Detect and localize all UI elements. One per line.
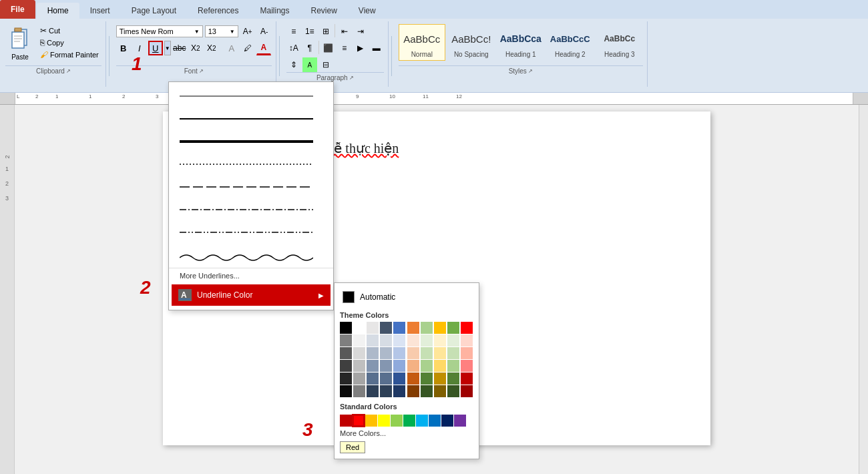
theme-color-swatch[interactable] xyxy=(380,322,392,334)
theme-color-swatch[interactable] xyxy=(367,322,379,334)
style-normal[interactable]: AaBbCc Normal xyxy=(399,24,445,61)
tab-mailings[interactable]: Mailings xyxy=(249,3,300,19)
show-marks-btn[interactable]: ¶ xyxy=(302,41,317,55)
standard-color-swatch[interactable] xyxy=(391,415,403,427)
paragraph-expand-icon[interactable]: ↗ xyxy=(349,75,354,81)
underline-style-thick[interactable] xyxy=(169,130,333,153)
underline-style-dashed[interactable] xyxy=(169,176,333,198)
style-heading2[interactable]: AaBbCcC Heading 2 xyxy=(547,24,594,61)
theme-color-swatch[interactable] xyxy=(380,360,392,372)
theme-color-swatch[interactable] xyxy=(393,373,405,385)
font-color-button[interactable]: A xyxy=(256,41,271,55)
theme-color-swatch[interactable] xyxy=(461,347,473,359)
underline-color-option[interactable]: A Underline Color ▶ xyxy=(172,284,331,306)
font-expand-icon[interactable]: ↗ xyxy=(199,68,204,74)
theme-color-swatch[interactable] xyxy=(380,373,392,385)
theme-color-swatch[interactable] xyxy=(421,347,433,359)
clipboard-expand-icon[interactable]: ↗ xyxy=(66,68,71,74)
theme-color-swatch[interactable] xyxy=(434,385,446,397)
theme-color-swatch[interactable] xyxy=(380,347,392,359)
shading-btn[interactable]: A xyxy=(302,57,317,72)
decrease-indent-btn[interactable]: ⇤ xyxy=(337,24,352,39)
bold-button[interactable]: B xyxy=(116,41,131,55)
theme-color-swatch[interactable] xyxy=(461,360,473,372)
paste-button[interactable]: Paste xyxy=(5,24,35,62)
theme-color-swatch[interactable] xyxy=(367,373,379,385)
theme-color-swatch[interactable] xyxy=(353,322,365,334)
bullet-list-btn[interactable]: ≡ xyxy=(286,24,301,39)
theme-color-swatch[interactable] xyxy=(407,385,419,397)
superscript-button[interactable]: X2 xyxy=(204,41,219,55)
underline-style-thin[interactable] xyxy=(169,85,333,107)
align-right-btn[interactable]: ▶ xyxy=(353,41,368,55)
theme-color-swatch[interactable] xyxy=(407,360,419,372)
theme-color-swatch[interactable] xyxy=(421,322,433,334)
theme-color-swatch[interactable] xyxy=(380,334,392,346)
subscript-button[interactable]: X2 xyxy=(188,41,203,55)
theme-color-swatch[interactable] xyxy=(434,334,446,346)
align-center-btn[interactable]: ≡ xyxy=(337,41,352,55)
theme-color-swatch[interactable] xyxy=(421,373,433,385)
theme-color-swatch[interactable] xyxy=(461,334,473,346)
tab-view[interactable]: View xyxy=(348,3,387,19)
style-no-spacing[interactable]: AaBbCc! No Spacing xyxy=(448,24,495,61)
font-family-selector[interactable]: Times New Rom ▼ xyxy=(116,25,203,37)
more-colors-btn[interactable]: More Colors... xyxy=(340,427,473,440)
underline-style-wavy[interactable] xyxy=(169,244,333,266)
theme-color-swatch[interactable] xyxy=(340,322,352,334)
theme-color-swatch[interactable] xyxy=(367,347,379,359)
increase-indent-btn[interactable]: ⇥ xyxy=(353,24,368,39)
align-left-btn[interactable]: ⬛ xyxy=(321,41,336,55)
theme-color-swatch[interactable] xyxy=(353,373,365,385)
standard-color-swatch[interactable] xyxy=(441,415,453,427)
theme-color-swatch[interactable] xyxy=(421,385,433,397)
theme-color-swatch[interactable] xyxy=(461,385,473,397)
tab-references[interactable]: References xyxy=(187,3,249,19)
theme-color-swatch[interactable] xyxy=(421,360,433,372)
theme-color-swatch[interactable] xyxy=(447,347,459,359)
increase-font-btn[interactable]: A+ xyxy=(240,24,255,39)
theme-color-swatch[interactable] xyxy=(421,334,433,346)
more-underlines-btn[interactable]: More Underlines... xyxy=(169,268,333,283)
theme-color-swatch[interactable] xyxy=(367,334,379,346)
strikethrough-button[interactable]: abc xyxy=(172,41,187,55)
underline-style-dash-dot-dot[interactable] xyxy=(169,221,333,244)
underline-dropdown-button[interactable]: ▼ xyxy=(164,41,171,55)
standard-color-swatch[interactable] xyxy=(353,415,365,427)
theme-color-swatch[interactable] xyxy=(447,322,459,334)
auto-color-option[interactable]: Automatic xyxy=(340,288,473,308)
standard-color-swatch[interactable] xyxy=(340,415,352,427)
tab-review[interactable]: Review xyxy=(300,3,347,19)
theme-color-swatch[interactable] xyxy=(407,347,419,359)
theme-color-swatch[interactable] xyxy=(367,385,379,397)
justify-btn[interactable]: ▬ xyxy=(369,41,384,55)
theme-color-swatch[interactable] xyxy=(407,334,419,346)
theme-color-swatch[interactable] xyxy=(407,373,419,385)
standard-color-swatch[interactable] xyxy=(403,415,415,427)
theme-color-swatch[interactable] xyxy=(434,347,446,359)
theme-color-swatch[interactable] xyxy=(434,360,446,372)
font-size-selector[interactable]: 13 ▼ xyxy=(205,25,238,37)
multilevel-list-btn[interactable]: ⊞ xyxy=(318,24,333,39)
style-heading3[interactable]: AaBbCc Heading 3 xyxy=(596,24,643,61)
theme-color-swatch[interactable] xyxy=(461,322,473,334)
border-btn[interactable]: ⊟ xyxy=(318,57,333,72)
style-heading1[interactable]: AaBbCca Heading 1 xyxy=(497,24,544,61)
vertical-scrollbar[interactable] xyxy=(859,105,868,474)
sort-btn[interactable]: ↕A xyxy=(286,41,301,55)
theme-color-swatch[interactable] xyxy=(367,360,379,372)
tab-home[interactable]: Home xyxy=(37,3,79,19)
tab-file[interactable]: File xyxy=(0,0,35,19)
theme-color-swatch[interactable] xyxy=(340,347,352,359)
theme-color-swatch[interactable] xyxy=(340,373,352,385)
theme-color-swatch[interactable] xyxy=(340,385,352,397)
theme-color-swatch[interactable] xyxy=(447,360,459,372)
theme-color-swatch[interactable] xyxy=(393,360,405,372)
theme-color-swatch[interactable] xyxy=(461,373,473,385)
standard-color-swatch[interactable] xyxy=(429,415,441,427)
underline-style-dash-dot[interactable] xyxy=(169,198,333,221)
theme-color-swatch[interactable] xyxy=(393,334,405,346)
theme-color-swatch[interactable] xyxy=(447,373,459,385)
underline-button[interactable]: U xyxy=(148,41,163,55)
theme-color-swatch[interactable] xyxy=(380,385,392,397)
